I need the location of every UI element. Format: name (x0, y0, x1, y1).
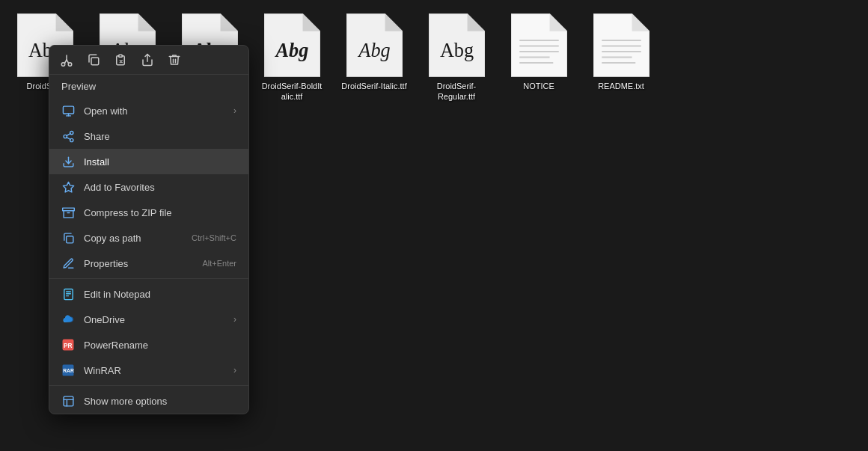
svg-marker-13 (385, 13, 402, 31)
properties-icon (61, 257, 75, 270)
svg-rect-50 (66, 236, 73, 242)
more-options-icon (61, 394, 75, 408)
install-label: Install (84, 156, 236, 168)
preview-item[interactable]: Preview (49, 75, 248, 98)
svg-rect-37 (91, 58, 99, 65)
powerrename-item[interactable]: PR PowerRename (49, 332, 248, 358)
file-label-3: DroidSerif-BoldIt alic.ttf (259, 81, 325, 102)
svg-rect-59 (64, 396, 73, 406)
cut-icon[interactable] (60, 53, 73, 67)
svg-rect-38 (119, 55, 123, 57)
open-with-item[interactable]: Open with › (49, 98, 248, 123)
winrar-arrow: › (233, 365, 236, 375)
svg-text:PR: PR (64, 343, 73, 349)
copy-path-icon (61, 231, 75, 245)
svg-line-35 (67, 60, 69, 64)
separator-1 (49, 278, 248, 279)
svg-line-46 (67, 137, 70, 139)
onedrive-label: OneDrive (84, 314, 224, 325)
file-label-4: DroidSerif-Italic.ttf (341, 81, 406, 91)
share-item[interactable]: Share (49, 123, 248, 149)
compress-zip-item[interactable]: Compress to ZIP file (49, 200, 248, 225)
share-icon[interactable] (141, 53, 154, 67)
preview-label: Preview (61, 81, 96, 92)
properties-item[interactable]: Properties Alt+Enter (49, 251, 248, 276)
open-with-label: Open with (84, 105, 224, 117)
file-icon-4[interactable]: Abg DroidSerif-Italic.ttf (337, 7, 412, 96)
winrar-icon: RAR (61, 363, 75, 377)
file-icon-6[interactable]: NOTICE (501, 7, 576, 96)
add-favorites-label: Add to Favorites (84, 182, 236, 193)
delete-icon[interactable] (168, 53, 181, 67)
show-more-options-label: Show more options (84, 396, 236, 407)
properties-shortcut: Alt+Enter (202, 259, 236, 268)
svg-text:Abg: Abg (357, 40, 390, 61)
winrar-item[interactable]: RAR WinRAR › (49, 358, 248, 383)
svg-marker-26 (632, 13, 649, 31)
svg-marker-49 (63, 182, 73, 191)
file-icon-3[interactable]: Abg DroidSerif-BoldIt alic.ttf (254, 7, 329, 107)
copy-icon[interactable] (87, 53, 100, 67)
open-with-arrow: › (233, 105, 236, 116)
properties-label: Properties (84, 258, 193, 269)
separator-2 (49, 385, 248, 386)
onedrive-arrow: › (233, 314, 236, 325)
copy-path-label: Copy as path (84, 233, 183, 244)
svg-marker-10 (302, 13, 320, 31)
svg-marker-1 (55, 13, 73, 31)
copy-path-item[interactable]: Copy as path Ctrl+Shift+C (49, 225, 248, 251)
edit-notepad-label: Edit in Notepad (84, 289, 236, 300)
onedrive-item[interactable]: OneDrive › (49, 307, 248, 332)
powerrename-icon: PR (61, 338, 75, 352)
paste-shortcut-icon[interactable] (114, 53, 127, 67)
svg-text:RAR: RAR (63, 368, 74, 373)
powerrename-label: PowerRename (84, 340, 236, 351)
onedrive-icon (61, 313, 75, 326)
svg-marker-4 (138, 13, 155, 31)
svg-rect-40 (63, 106, 73, 114)
svg-text:Abg: Abg (274, 40, 308, 61)
winrar-label: WinRAR (84, 365, 224, 376)
favorites-icon (61, 180, 75, 194)
share-menu-icon (61, 129, 75, 143)
share-label: Share (84, 131, 236, 142)
copy-path-shortcut: Ctrl+Shift+C (192, 233, 236, 242)
svg-line-47 (67, 133, 70, 135)
svg-marker-19 (549, 13, 566, 31)
edit-notepad-item[interactable]: Edit in Notepad (49, 281, 248, 307)
file-label-7: README.txt (598, 81, 644, 91)
context-menu: Preview Open with › Share Install (49, 45, 249, 414)
install-item[interactable]: Install (49, 149, 248, 174)
file-label-6: NOTICE (523, 81, 554, 91)
show-more-options-item[interactable]: Show more options (49, 388, 248, 414)
svg-marker-7 (220, 13, 237, 31)
open-with-icon (61, 104, 75, 117)
context-toolbar (49, 46, 248, 75)
file-label-5: DroidSerif-Regular.ttf (424, 81, 489, 102)
svg-text:Abg: Abg (439, 40, 473, 61)
file-icon-7[interactable]: README.txt (584, 7, 658, 96)
compress-zip-icon (61, 206, 75, 219)
install-icon (61, 155, 75, 168)
compress-zip-label: Compress to ZIP file (84, 207, 236, 218)
add-favorites-item[interactable]: Add to Favorites (49, 174, 248, 200)
file-icon-5[interactable]: Abg DroidSerif-Regular.ttf (419, 7, 494, 107)
svg-marker-16 (467, 13, 484, 31)
notepad-icon (61, 287, 75, 301)
